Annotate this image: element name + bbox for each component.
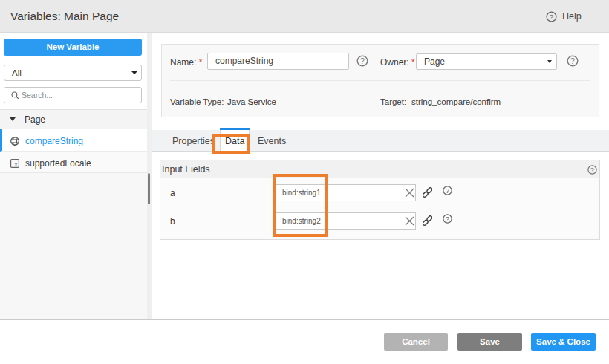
svg-text:x: x	[15, 162, 18, 167]
svg-text:?: ?	[550, 13, 553, 21]
svg-text:?: ?	[360, 56, 365, 65]
svg-text:?: ?	[446, 215, 449, 223]
svg-text:?: ?	[570, 56, 575, 65]
svg-text:?: ?	[446, 186, 449, 195]
svg-text:?: ?	[590, 166, 594, 174]
